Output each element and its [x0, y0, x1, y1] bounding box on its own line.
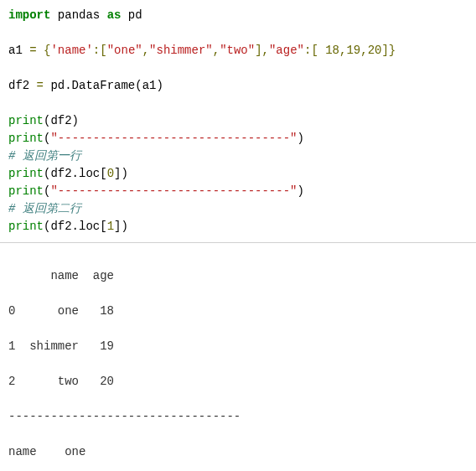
- output-line: ---------------------------------: [8, 408, 468, 426]
- output-line: 2 two 20: [8, 373, 468, 391]
- code-line-10: print(df2.loc[0]): [8, 165, 468, 183]
- code-line-7: print(df2): [8, 112, 468, 130]
- output-line: name age: [8, 267, 468, 285]
- code-line-11: print("---------------------------------…: [8, 183, 468, 200]
- keyword-as: as: [107, 8, 122, 22]
- output-line: 0 one 18: [8, 303, 468, 320]
- module-name: pandas: [50, 8, 106, 22]
- blank-line: [8, 95, 468, 112]
- output-line: name one: [8, 443, 468, 461]
- code-line-3: a1 = {'name':["one","shimmer","two"],"ag…: [8, 42, 468, 60]
- alias: pd: [121, 8, 142, 22]
- blank-line: [8, 24, 468, 42]
- output-cell: name age 0 one 18 1 shimmer 19 2 two 20 …: [0, 243, 476, 471]
- code-line-8: print("---------------------------------…: [8, 130, 468, 148]
- code-line-5: df2 = pd.DataFrame(a1): [8, 77, 468, 95]
- keyword-import: import: [8, 8, 50, 22]
- code-line-9: # 返回第一行: [8, 148, 468, 165]
- output-line: 1 shimmer 19: [8, 338, 468, 355]
- code-cell: import pandas as pd a1 = {'name':["one",…: [0, 0, 476, 243]
- blank-line: [8, 60, 468, 77]
- code-line-1: import pandas as pd: [8, 7, 468, 24]
- code-line-13: print(df2.loc[1]): [8, 218, 468, 236]
- code-line-12: # 返回第二行: [8, 200, 468, 218]
